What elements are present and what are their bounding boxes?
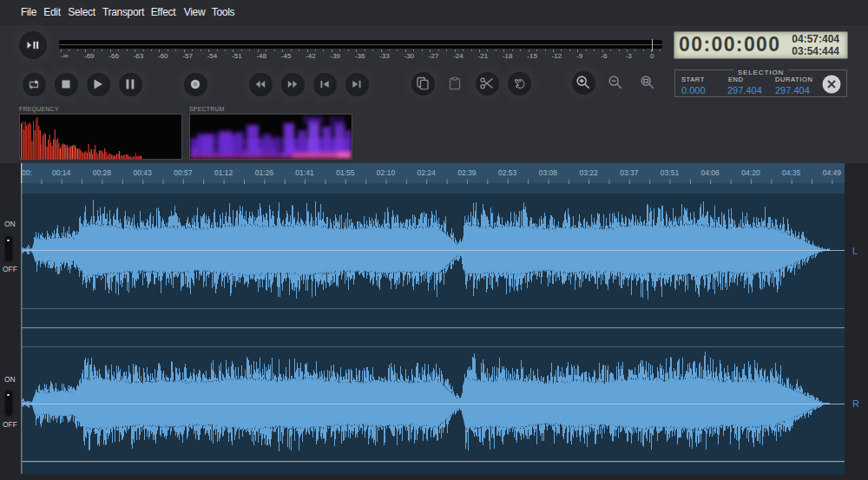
svg-text:04:20: 04:20 [741, 168, 760, 177]
svg-text:00:28: 00:28 [93, 168, 112, 177]
svg-text:04:06: 04:06 [701, 168, 720, 177]
svg-text:00:14: 00:14 [52, 168, 71, 177]
svg-text:02:53: 02:53 [498, 168, 517, 177]
svg-text:04:49: 04:49 [823, 168, 842, 177]
svg-text:01:55: 01:55 [336, 168, 355, 177]
svg-text:01:12: 01:12 [214, 168, 233, 177]
svg-text:02:39: 02:39 [457, 168, 477, 177]
svg-text:03:51: 03:51 [661, 168, 680, 177]
svg-text:02:24: 02:24 [418, 168, 437, 177]
svg-text:00:: 00: [22, 168, 32, 177]
svg-text:00:57: 00:57 [174, 168, 193, 177]
svg-text:03:37: 03:37 [620, 168, 639, 177]
svg-text:02:10: 02:10 [377, 168, 396, 177]
svg-text:03:22: 03:22 [579, 168, 598, 177]
svg-text:04:35: 04:35 [782, 168, 801, 177]
svg-text:01:26: 01:26 [255, 168, 274, 177]
svg-text:03:08: 03:08 [539, 168, 558, 177]
svg-text:01:41: 01:41 [295, 168, 314, 177]
svg-text:00:43: 00:43 [134, 168, 153, 177]
